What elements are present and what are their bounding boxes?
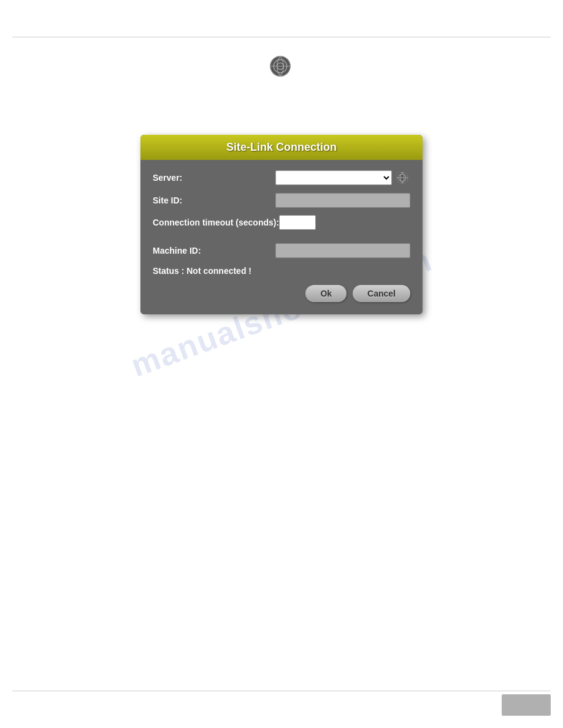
site-id-row: Site ID: — [153, 193, 410, 208]
connection-timeout-label: Connection timeout (seconds): — [153, 218, 279, 227]
connection-timeout-row: Connection timeout (seconds): — [153, 215, 410, 230]
top-rule — [12, 37, 551, 37]
machine-id-input[interactable] — [275, 243, 410, 258]
button-row: Ok Cancel — [153, 285, 410, 302]
dialog-title: Site-Link Connection — [140, 135, 423, 160]
server-row: Server: — [153, 170, 410, 186]
machine-id-label: Machine ID: — [153, 246, 275, 256]
bottom-rule — [12, 691, 551, 691]
ok-button[interactable]: Ok — [305, 285, 347, 302]
dialog-body: Server: Site ID: — [140, 160, 423, 314]
status-row: Status : Not connected ! — [153, 265, 410, 276]
server-label: Server: — [153, 173, 275, 183]
cancel-button[interactable]: Cancel — [353, 285, 410, 302]
status-text: Status : Not connected ! — [153, 266, 251, 276]
server-input-group — [275, 170, 410, 186]
server-refresh-button[interactable] — [394, 170, 410, 186]
machine-id-row: Machine ID: — [153, 243, 410, 258]
server-select[interactable] — [275, 170, 392, 185]
site-link-dialog: Site-Link Connection Server: — [140, 135, 423, 314]
connection-timeout-input[interactable] — [279, 215, 316, 230]
site-id-label: Site ID: — [153, 195, 275, 205]
bottom-right-block — [502, 694, 551, 716]
site-id-input[interactable] — [275, 193, 410, 208]
app-icon — [269, 55, 294, 80]
